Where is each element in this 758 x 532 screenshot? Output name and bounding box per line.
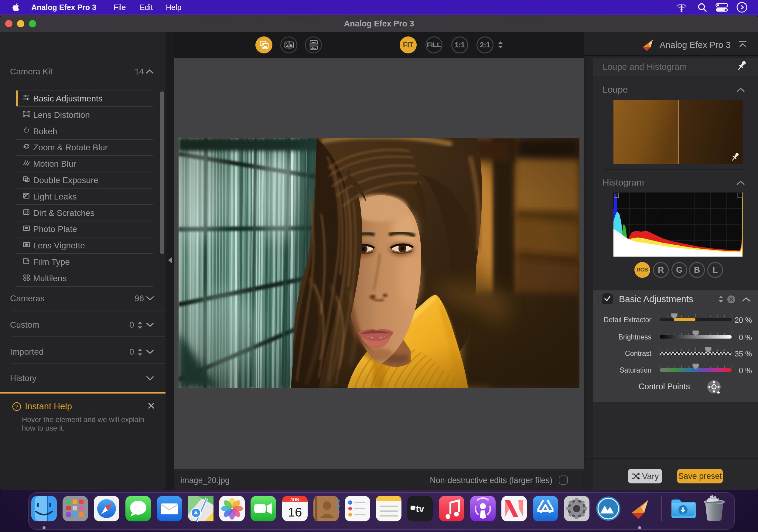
svg-text:JUN: JUN	[290, 497, 299, 502]
svg-text:16: 16	[288, 505, 302, 519]
svg-text:?: ?	[15, 404, 18, 410]
